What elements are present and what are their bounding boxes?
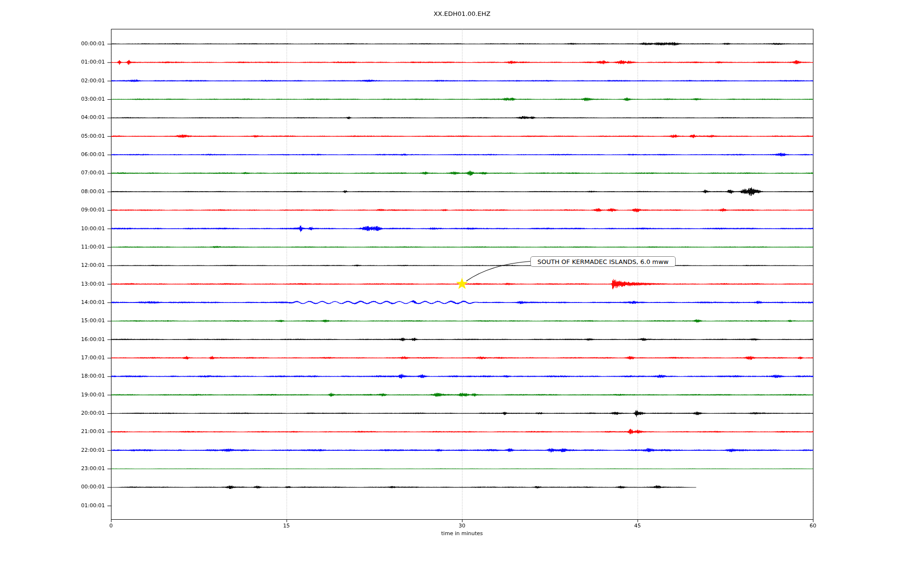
y-tick-label: 12:00:01	[58, 263, 105, 268]
y-tick-label: 06:00:01	[58, 152, 105, 158]
x-tick-label: 15	[277, 523, 296, 529]
y-tick-label: 23:00:01	[58, 466, 105, 472]
seismogram-figure: XX.EDH01.00.EHZ time in minutes 00:00:01…	[0, 0, 924, 578]
y-tick-label: 01:00:01	[58, 59, 105, 65]
y-tick-label: 07:00:01	[58, 170, 105, 176]
y-tick-label: 00:00:01	[58, 484, 105, 490]
y-tick-label: 05:00:01	[58, 133, 105, 139]
x-tick-label: 60	[803, 523, 822, 529]
x-axis-label: time in minutes	[414, 530, 510, 537]
seismogram-canvas	[0, 0, 924, 578]
y-tick-label: 15:00:01	[58, 318, 105, 324]
y-tick-label: 22:00:01	[58, 447, 105, 453]
y-tick-label: 10:00:01	[58, 226, 105, 232]
x-tick-label: 45	[628, 523, 647, 529]
y-tick-label: 20:00:01	[58, 410, 105, 416]
page-title: XX.EDH01.00.EHZ	[366, 10, 558, 17]
y-tick-label: 19:00:01	[58, 392, 105, 398]
y-tick-label: 18:00:01	[58, 373, 105, 379]
y-tick-label: 08:00:01	[58, 189, 105, 195]
event-annotation-box: SOUTH OF KERMADEC ISLANDS, 6.0 mww	[530, 256, 676, 267]
y-tick-label: 04:00:01	[58, 115, 105, 120]
y-tick-label: 09:00:01	[58, 207, 105, 213]
y-tick-label: 13:00:01	[58, 281, 105, 287]
y-tick-label: 00:00:01	[58, 41, 105, 47]
y-tick-label: 14:00:01	[58, 300, 105, 305]
y-tick-label: 02:00:01	[58, 78, 105, 84]
y-tick-label: 11:00:01	[58, 244, 105, 250]
x-tick-label: 0	[102, 523, 121, 529]
y-tick-label: 16:00:01	[58, 337, 105, 342]
x-tick-label: 30	[452, 523, 472, 529]
y-tick-label: 21:00:01	[58, 429, 105, 434]
event-annotation-text: SOUTH OF KERMADEC ISLANDS, 6.0 mww	[538, 258, 669, 265]
y-tick-label: 03:00:01	[58, 96, 105, 102]
y-tick-label: 17:00:01	[58, 355, 105, 361]
y-tick-label: 01:00:01	[58, 503, 105, 509]
